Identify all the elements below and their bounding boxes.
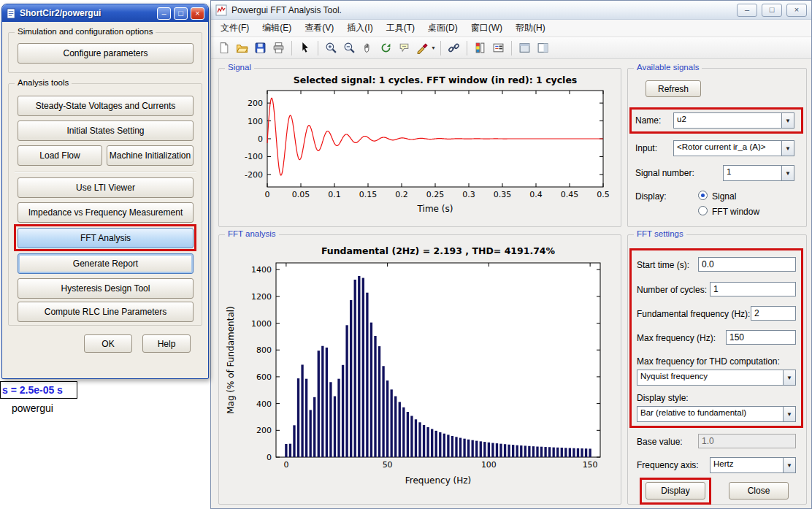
frequency-axis-dropdown[interactable]: Hertz ▼ (710, 457, 796, 473)
menu-file[interactable]: 文件(F) (214, 19, 256, 37)
save-figure-icon[interactable] (252, 39, 269, 56)
configure-parameters-button[interactable]: Configure parameters (18, 43, 194, 64)
signal-number-label: Signal number: (635, 168, 694, 178)
initial-states-button[interactable]: Initial States Setting (18, 120, 194, 141)
display-style-label: Display style: (637, 393, 689, 403)
compute-rlc-button[interactable]: Compute RLC Line Parameters (18, 302, 194, 322)
available-signals-panel: Available signals Refresh Name: u2 ▼ Inp… (627, 68, 807, 227)
chevron-down-icon[interactable]: ▼ (783, 407, 795, 421)
svg-text:800: 800 (256, 345, 272, 355)
impedance-measurement-button[interactable]: Impedance vs Frequency Measurement (18, 202, 194, 223)
chevron-down-icon[interactable]: ▼ (783, 458, 795, 472)
pan-icon[interactable] (359, 39, 376, 56)
load-flow-button[interactable]: Load Flow (18, 145, 102, 166)
toolbar-separator (291, 41, 292, 56)
svg-text:0.1: 0.1 (328, 190, 341, 199)
cycles-input[interactable] (710, 282, 796, 296)
menu-tools[interactable]: 工具(T) (380, 19, 421, 37)
new-figure-icon[interactable] (215, 39, 232, 56)
help-button[interactable]: Help (142, 334, 191, 353)
steady-state-button[interactable]: Steady-State Voltages and Currents (18, 96, 194, 116)
svg-text:200: 200 (248, 99, 263, 108)
refresh-button[interactable]: Refresh (646, 80, 701, 97)
svg-text:0.3: 0.3 (462, 190, 475, 199)
menu-view[interactable]: 查看(V) (298, 19, 340, 37)
cycles-label: Number of cycles: (637, 285, 707, 295)
fft-tool-window: Powergui FFT Analysis Tool. – □ × 文件(F)编… (210, 0, 812, 509)
name-label: Name: (635, 115, 661, 126)
simulation-options-group-label: Simulation and configuration options (15, 27, 156, 36)
link-plot-icon[interactable] (445, 39, 462, 56)
ok-button[interactable]: OK (84, 334, 132, 353)
input-dropdown[interactable]: <Rotor current ir_a (A)> ▼ (673, 140, 794, 156)
brush-dropdown-icon[interactable]: ▼ (431, 45, 436, 50)
svg-text:0: 0 (267, 453, 272, 462)
max-frequency-input[interactable] (726, 330, 796, 345)
minimize-icon[interactable]: – (737, 4, 757, 17)
fft-settings-panel: FFT settings Start time (s): Number of c… (627, 234, 807, 505)
menu-insert[interactable]: 插入(I) (340, 19, 379, 37)
generate-report-button[interactable]: Generate Report (18, 253, 194, 274)
menu-edit[interactable]: 编辑(E) (256, 19, 298, 37)
chevron-down-icon[interactable]: ▼ (781, 141, 794, 156)
name-dropdown[interactable]: u2 ▼ (673, 112, 794, 129)
close-icon[interactable]: × (191, 7, 204, 20)
thd-max-frequency-label: Max frequency for THD computation: (637, 356, 780, 367)
zoom-in-icon[interactable] (323, 39, 340, 56)
show-plot-tools-icon[interactable] (535, 39, 551, 56)
display-label: Display: (635, 191, 667, 202)
lti-viewer-button[interactable]: Use LTI Viewer (18, 177, 194, 198)
hysteresis-design-button[interactable]: Hysteresis Design Tool (18, 278, 194, 299)
svg-text:1200: 1200 (251, 292, 272, 302)
brush-data-icon[interactable] (414, 39, 431, 56)
powergui-dialog-window: ShortCir2/powergui – □ × Simulation and … (1, 4, 209, 379)
insert-colorbar-icon[interactable] (472, 39, 489, 56)
powergui-titlebar[interactable]: ShortCir2/powergui – □ × (2, 4, 208, 22)
print-figure-icon[interactable] (270, 39, 287, 56)
fft-window-radio-label: FFT window (712, 207, 759, 217)
display-style-dropdown[interactable]: Bar (relative to fundamental) ▼ (637, 406, 796, 422)
svg-text:0.2: 0.2 (395, 190, 408, 199)
fft-tool-window-title: Powergui FFT Analysis Tool. (231, 5, 732, 15)
fundamental-frequency-label: Fundamental frequency (Hz): (637, 309, 750, 319)
sample-time-annotation: s = 2.5e-05 s (0, 381, 77, 399)
open-file-icon[interactable] (234, 39, 250, 56)
machine-initialization-button[interactable]: Machine Initialization (107, 145, 194, 166)
signal-plot: 00.050.10.150.20.250.30.350.40.450.5-200… (221, 73, 621, 227)
data-cursor-icon[interactable] (396, 39, 413, 56)
signal-radio[interactable] (698, 191, 708, 200)
insert-legend-icon[interactable] (490, 39, 507, 56)
chevron-down-icon[interactable]: ▼ (783, 370, 795, 385)
close-icon[interactable]: × (786, 4, 807, 17)
toolbar-separator (467, 41, 467, 56)
analysis-tools-group: Analysis tools Steady-State Voltages and… (8, 83, 202, 326)
maximize-icon[interactable]: □ (174, 7, 188, 20)
signal-number-dropdown[interactable]: 1 ▼ (723, 165, 794, 181)
maximize-icon[interactable]: □ (762, 4, 782, 17)
minimize-icon[interactable]: – (157, 7, 171, 20)
menu-window[interactable]: 窗口(W) (464, 19, 509, 37)
svg-text:100: 100 (248, 117, 263, 126)
fft-analysis-button[interactable]: FFT Analysis (18, 228, 194, 248)
pointer-icon[interactable] (296, 39, 313, 56)
svg-text:200: 200 (256, 426, 272, 435)
start-time-input[interactable] (698, 257, 796, 272)
svg-text:0.45: 0.45 (561, 190, 579, 199)
fft-window-radio[interactable] (698, 206, 708, 215)
svg-text:600: 600 (256, 372, 272, 382)
analysis-tools-group-label: Analysis tools (15, 78, 72, 87)
hide-plot-tools-icon[interactable] (516, 39, 533, 56)
chevron-down-icon[interactable]: ▼ (781, 166, 794, 180)
menu-desktop[interactable]: 桌面(D) (421, 19, 464, 37)
thd-max-frequency-dropdown[interactable]: Nyquist frequency ▼ (637, 370, 796, 386)
signal-panel-label: Signal (225, 63, 254, 72)
menu-help[interactable]: 帮助(H) (509, 19, 552, 37)
chevron-down-icon[interactable]: ▼ (781, 113, 794, 128)
display-button[interactable]: Display (646, 482, 705, 500)
fundamental-frequency-input[interactable] (751, 306, 796, 321)
fft-tool-titlebar[interactable]: Powergui FFT Analysis Tool. – □ × (211, 1, 811, 20)
close-button[interactable]: Close (729, 482, 789, 500)
zoom-out-icon[interactable] (341, 39, 358, 56)
rotate-3d-icon[interactable] (378, 39, 394, 56)
svg-text:100: 100 (481, 460, 497, 470)
